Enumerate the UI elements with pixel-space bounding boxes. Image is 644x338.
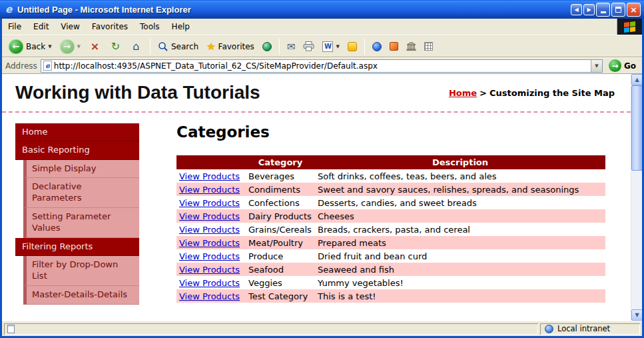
back-label: Back xyxy=(26,42,45,51)
view-products-link[interactable]: View Products xyxy=(179,278,240,288)
breadcrumb-current: Customizing the Site Map xyxy=(489,88,615,98)
scroll-up-button[interactable]: ▲ xyxy=(631,74,642,85)
view-products-link[interactable]: View Products xyxy=(179,198,240,208)
favorites-star-icon: ★ xyxy=(206,41,215,53)
sidebar-item-filter-by-dropdown-list[interactable]: Filter by Drop-Down List xyxy=(23,256,139,286)
back-icon: ← xyxy=(9,39,23,54)
categories-table: Category Description View Products Bever… xyxy=(176,155,605,303)
triangle-left-icon: ◀ xyxy=(574,7,578,13)
toolbar-separator xyxy=(150,39,151,55)
description-cell: This is a test! xyxy=(315,289,605,303)
sidebar-item-filtering-reports[interactable]: Filtering Reports xyxy=(15,238,139,256)
description-cell: Soft drinks, coffees, teas, beers, and a… xyxy=(315,169,605,183)
standard-toolbar: ← Back ▼ → ▼ × ↻ ⌂ Search ★ Favorites ✉ … xyxy=(2,35,642,57)
go-button[interactable]: → Go xyxy=(606,59,639,72)
view-products-link[interactable]: View Products xyxy=(179,251,240,261)
print-button[interactable] xyxy=(300,40,317,53)
maximize-icon xyxy=(615,7,621,13)
breadcrumb-separator: > xyxy=(480,88,487,98)
menu-file[interactable]: File xyxy=(2,19,27,35)
forward-dropdown-icon: ▼ xyxy=(77,44,81,49)
description-cell: Cheeses xyxy=(315,209,605,223)
minimize-button[interactable] xyxy=(596,3,610,17)
sidebar-item-basic-reporting[interactable]: Basic Reporting xyxy=(15,141,139,159)
mail-icon: ✉ xyxy=(287,41,296,53)
messenger-icon xyxy=(348,42,357,51)
status-main-panel xyxy=(4,323,538,335)
sidebar-menu: Home Basic Reporting Simple Display Decl… xyxy=(15,123,139,305)
favorites-button[interactable]: ★ Favorites xyxy=(204,39,257,54)
menu-bar: File Edit View Favorites Tools Help xyxy=(2,19,642,35)
view-products-link[interactable]: View Products xyxy=(179,265,240,275)
maximize-button[interactable] xyxy=(611,3,625,17)
table-row: View Products Seafood Seaweed and fish xyxy=(176,263,605,276)
sidebar-item-home[interactable]: Home xyxy=(15,123,139,141)
breadcrumb-home-link[interactable]: Home xyxy=(449,88,477,98)
sidebar-item-setting-parameter-values[interactable]: Setting Parameter Values xyxy=(23,208,139,238)
forward-button[interactable]: → ▼ xyxy=(57,38,83,55)
mail-button[interactable]: ✉ xyxy=(284,39,298,54)
view-products-link[interactable]: View Products xyxy=(179,171,240,181)
address-dropdown-button[interactable]: ▼ xyxy=(591,60,602,72)
scroll-down-button[interactable]: ▼ xyxy=(631,309,642,321)
titlebar-extra-button-1[interactable]: ◀ xyxy=(571,4,582,15)
addon-button-4[interactable] xyxy=(422,41,436,52)
window-buttons: ◀ ▶ × xyxy=(571,3,641,17)
web-page: Working with Data Tutorials Home>Customi… xyxy=(2,74,631,321)
scrollbar-thumb[interactable] xyxy=(631,85,642,171)
titlebar-extra-button-2[interactable]: ▶ xyxy=(583,4,595,15)
search-button[interactable]: Search xyxy=(155,40,201,53)
intranet-zone-icon xyxy=(545,325,553,333)
addon-button-2[interactable] xyxy=(387,41,401,52)
vertical-scrollbar[interactable]: ▲ ▼ xyxy=(631,74,642,321)
title-bar: e Untitled Page - Microsoft Internet Exp… xyxy=(0,0,644,19)
category-cell: Grains/Cereals xyxy=(246,223,315,236)
menu-tools[interactable]: Tools xyxy=(134,19,166,35)
edit-dropdown-icon: ▼ xyxy=(336,44,339,49)
category-cell: Condiments xyxy=(246,183,315,196)
home-button[interactable]: ⌂ xyxy=(127,39,145,55)
menu-edit[interactable]: Edit xyxy=(27,19,55,35)
view-products-link[interactable]: View Products xyxy=(179,225,240,235)
category-cell: Test Category xyxy=(246,289,315,303)
sidebar-item-declarative-parameters[interactable]: Declarative Parameters xyxy=(23,178,139,208)
toolbar-separator xyxy=(364,39,365,55)
addon-button-1[interactable] xyxy=(370,41,384,53)
view-products-link[interactable]: View Products xyxy=(179,291,240,301)
back-button[interactable]: ← Back ▼ xyxy=(6,38,55,55)
zone-label: Local intranet xyxy=(557,324,610,333)
address-label: Address xyxy=(5,61,37,71)
addon-button-3[interactable] xyxy=(404,41,419,52)
messenger-button[interactable] xyxy=(345,41,360,53)
edit-with-word-button[interactable]: W ▼ xyxy=(320,40,342,53)
view-products-link[interactable]: View Products xyxy=(179,185,240,195)
category-cell: Beverages xyxy=(246,169,315,183)
address-input[interactable] xyxy=(54,61,589,71)
media-button[interactable] xyxy=(260,41,274,53)
menu-view[interactable]: View xyxy=(55,19,85,35)
table-row: View Products Produce Dried fruit and be… xyxy=(176,249,605,263)
grid-icon xyxy=(424,42,433,51)
home-icon: ⌂ xyxy=(130,40,143,53)
sidebar-item-master-details-details[interactable]: Master-Details-Details xyxy=(23,286,139,305)
minimize-icon xyxy=(601,11,606,13)
view-products-link[interactable]: View Products xyxy=(179,238,240,248)
close-button[interactable]: × xyxy=(627,3,641,17)
description-cell: Dried fruit and bean curd xyxy=(315,249,605,263)
category-cell: Seafood xyxy=(246,263,315,276)
scroll-down-icon: ▼ xyxy=(635,312,639,318)
scroll-up-icon: ▲ xyxy=(635,77,639,83)
stop-button[interactable]: × xyxy=(86,39,104,55)
menu-help[interactable]: Help xyxy=(166,19,196,35)
table-row: View Products Beverages Soft drinks, cof… xyxy=(176,169,605,183)
sidebar-item-simple-display[interactable]: Simple Display xyxy=(23,160,139,179)
view-products-link[interactable]: View Products xyxy=(179,211,240,221)
stop-icon: × xyxy=(89,40,101,53)
description-cell: Yummy vegetables! xyxy=(315,276,605,289)
page-icon: e xyxy=(43,61,52,71)
ie-app-icon: e xyxy=(3,3,14,15)
close-icon: × xyxy=(630,5,637,15)
print-icon xyxy=(303,41,314,51)
refresh-button[interactable]: ↻ xyxy=(107,39,125,55)
menu-favorites[interactable]: Favorites xyxy=(86,19,134,35)
